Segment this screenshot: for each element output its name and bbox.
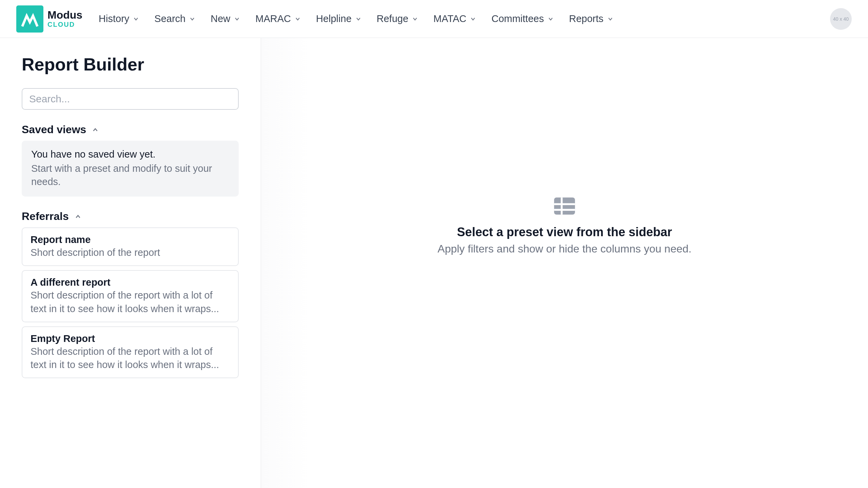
brand-sub: CLOUD [47,21,82,28]
empty-state-subtitle: Apply filters and show or hide the colum… [438,243,692,255]
page-title: Report Builder [22,54,239,75]
nav-item-label: MARAC [255,13,291,24]
section-referrals-header[interactable]: Referrals [22,210,239,223]
nav-item-label: Reports [569,13,604,24]
sidebar: Report Builder Saved views You have no s… [0,38,261,488]
svg-rect-1 [554,203,575,205]
nav-item-helpline[interactable]: Helpline [316,13,362,24]
logo-mark-icon [16,5,43,33]
chevron-down-icon [234,16,240,22]
chevron-up-icon [74,213,82,220]
chevron-down-icon [607,16,614,22]
table-icon [552,197,577,216]
chevron-down-icon [412,16,418,22]
report-desc: Short description of the report with a l… [31,289,230,315]
chevron-down-icon [294,16,301,22]
nav-item-marac[interactable]: MARAC [255,13,301,24]
nav-item-label: MATAC [433,13,466,24]
svg-rect-3 [561,197,563,214]
nav-item-label: Refuge [377,13,409,24]
nav-item-matac[interactable]: MATAC [433,13,476,24]
search-input[interactable] [22,88,239,110]
svg-rect-2 [554,209,575,211]
report-title: Report name [31,234,230,245]
nav-item-label: Helpline [316,13,352,24]
content-area: Select a preset view from the sidebar Ap… [261,38,868,488]
notice-heading: You have no saved view yet. [31,149,229,160]
report-card[interactable]: Empty Report Short description of the re… [22,326,239,378]
chevron-up-icon [92,126,99,134]
notice-subtext: Start with a preset and modify to suit y… [31,162,229,188]
nav-item-committees[interactable]: Committees [491,13,554,24]
nav-item-new[interactable]: New [211,13,240,24]
chevron-down-icon [189,16,196,22]
section-saved-views-header[interactable]: Saved views [22,123,239,136]
saved-views-empty-notice: You have no saved view yet. Start with a… [22,141,239,197]
chevron-down-icon [355,16,362,22]
section-label: Saved views [22,123,86,136]
report-desc: Short description of the report with a l… [31,345,230,371]
main-nav: History Search New MARAC Helpline [99,13,830,24]
avatar-placeholder: 40 x 40 [833,16,849,22]
svg-rect-0 [554,197,575,214]
empty-state-title: Select a preset view from the sidebar [438,225,692,239]
avatar[interactable]: 40 x 40 [830,8,852,30]
report-title: Empty Report [31,333,230,344]
report-card[interactable]: Report name Short description of the rep… [22,227,239,266]
report-title: A different report [31,277,230,288]
report-card[interactable]: A different report Short description of … [22,270,239,322]
header: Modus CLOUD History Search New MARAC [0,0,868,38]
chevron-down-icon [547,16,554,22]
chevron-down-icon [133,16,139,22]
nav-item-label: History [99,13,129,24]
empty-state: Select a preset view from the sidebar Ap… [438,197,692,255]
chevron-down-icon [470,16,476,22]
logo-text: Modus CLOUD [47,9,82,28]
nav-item-label: Committees [491,13,544,24]
brand-name: Modus [47,9,82,21]
nav-item-label: New [211,13,230,24]
nav-item-history[interactable]: History [99,13,139,24]
logo[interactable]: Modus CLOUD [16,5,82,33]
nav-item-label: Search [154,13,185,24]
main: Report Builder Saved views You have no s… [0,38,868,488]
nav-item-search[interactable]: Search [154,13,196,24]
section-label: Referrals [22,210,69,223]
nav-item-refuge[interactable]: Refuge [377,13,419,24]
nav-item-reports[interactable]: Reports [569,13,614,24]
report-desc: Short description of the report [31,246,230,259]
